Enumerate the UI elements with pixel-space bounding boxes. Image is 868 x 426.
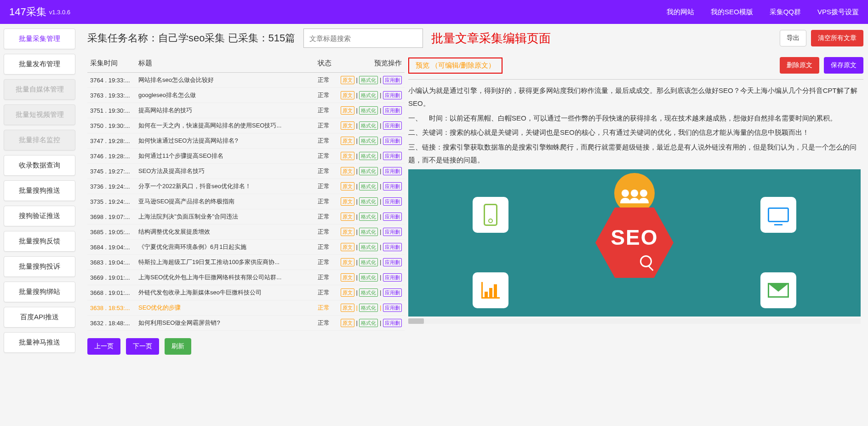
sidebar-item[interactable]: 批量神马推送 bbox=[4, 332, 75, 353]
clear-all-button[interactable]: 清空所有文章 bbox=[811, 30, 863, 46]
op-apply[interactable]: 应用删 bbox=[383, 137, 402, 145]
cell-title: 分享一个2022新风口，抖音seo优化排名！ bbox=[136, 179, 315, 194]
nav-qq-group[interactable]: 采集QQ群 bbox=[770, 8, 801, 17]
table-row[interactable]: 3746 . 19:28:...如何通过11个步骤提高SEO排名正常原文 | 格… bbox=[87, 149, 405, 164]
horizontal-scrollbar[interactable] bbox=[408, 318, 861, 324]
op-apply[interactable]: 应用删 bbox=[383, 106, 402, 115]
op-format[interactable]: 格式化 bbox=[359, 273, 378, 282]
table-row[interactable]: 3669 . 19:01:...上海SEO优化外包上海牛巨微网络科技有限公司站群… bbox=[87, 270, 405, 285]
op-original[interactable]: 原文 bbox=[341, 288, 354, 297]
op-original[interactable]: 原文 bbox=[341, 304, 354, 312]
op-apply[interactable]: 应用删 bbox=[383, 197, 402, 206]
sidebar-item[interactable]: 批量搜狗推送 bbox=[4, 180, 75, 201]
op-format[interactable]: 格式化 bbox=[359, 91, 378, 99]
table-row[interactable]: 3683 . 19:04:...特斯拉上海超级工厂19日复工推动100多家供应商… bbox=[87, 255, 405, 270]
op-format[interactable]: 格式化 bbox=[359, 152, 378, 160]
preview-label: 预览 （可编辑/删除原文） bbox=[408, 58, 503, 74]
table-row[interactable]: 3736 . 19:24:...分享一个2022新风口，抖音seo优化排名！正常… bbox=[87, 179, 405, 194]
op-apply[interactable]: 应用删 bbox=[383, 91, 402, 99]
op-original[interactable]: 原文 bbox=[341, 258, 354, 266]
op-original[interactable]: 原文 bbox=[341, 243, 354, 251]
op-original[interactable]: 原文 bbox=[341, 121, 354, 130]
export-button[interactable]: 导出 bbox=[780, 30, 806, 46]
delete-original-button[interactable]: 删除原文 bbox=[780, 57, 819, 74]
sidebar-item[interactable]: 批量搜狗绑站 bbox=[4, 282, 75, 302]
op-format[interactable]: 格式化 bbox=[359, 319, 378, 327]
op-format[interactable]: 格式化 bbox=[359, 76, 378, 84]
nav-seo-template[interactable]: 我的SEO模版 bbox=[711, 8, 753, 17]
table-row[interactable]: 3638 . 18:53:...SEO优化的步骤正常原文 | 格式化 | 应用删 bbox=[87, 300, 405, 316]
op-apply[interactable]: 应用删 bbox=[383, 76, 402, 84]
op-apply[interactable]: 应用删 bbox=[383, 228, 402, 236]
op-original[interactable]: 原文 bbox=[341, 152, 354, 160]
cell-time: 3750 . 19:30:... bbox=[87, 118, 136, 133]
op-format[interactable]: 格式化 bbox=[359, 213, 378, 221]
sidebar-item[interactable]: 批量搜狗反馈 bbox=[4, 231, 75, 252]
table-row[interactable]: 3685 . 19:05:...结构调整优化发展提质增效正常原文 | 格式化 |… bbox=[87, 225, 405, 240]
op-original[interactable]: 原文 bbox=[341, 213, 354, 221]
save-original-button[interactable]: 保存原文 bbox=[824, 57, 863, 74]
table-row[interactable]: 3735 . 19:24:...亚马逊SEO提高产品排名的终极指南正常原文 | … bbox=[87, 194, 405, 209]
op-format[interactable]: 格式化 bbox=[359, 228, 378, 236]
op-apply[interactable]: 应用删 bbox=[383, 304, 402, 312]
op-apply[interactable]: 应用删 bbox=[383, 319, 402, 327]
cell-time: 3684 . 19:04:... bbox=[87, 240, 136, 255]
op-format[interactable]: 格式化 bbox=[359, 121, 378, 130]
op-original[interactable]: 原文 bbox=[341, 106, 354, 115]
op-apply[interactable]: 应用删 bbox=[383, 167, 402, 175]
search-input[interactable] bbox=[303, 29, 423, 48]
prev-page-button[interactable]: 上一页 bbox=[87, 338, 120, 355]
op-apply[interactable]: 应用删 bbox=[383, 182, 402, 190]
op-original[interactable]: 原文 bbox=[341, 197, 354, 206]
op-format[interactable]: 格式化 bbox=[359, 258, 378, 266]
table-row[interactable]: 3747 . 19:28:...如何快速通过SEO方法提高网站排名?正常原文 |… bbox=[87, 133, 405, 149]
op-original[interactable]: 原文 bbox=[341, 273, 354, 282]
op-original[interactable]: 原文 bbox=[341, 228, 354, 236]
op-format[interactable]: 格式化 bbox=[359, 304, 378, 312]
op-original[interactable]: 原文 bbox=[341, 167, 354, 175]
preview-body[interactable]: 小编认为就是通过引擎，得到好的，获得更多网站度我们称作流量，最后成成交。那么到底… bbox=[408, 84, 863, 324]
op-apply[interactable]: 应用删 bbox=[383, 243, 402, 251]
op-format[interactable]: 格式化 bbox=[359, 182, 378, 190]
table-row[interactable]: 3698 . 19:07:...上海法院判决"负面压制业务"合同违法正常原文 |… bbox=[87, 209, 405, 225]
table-row[interactable]: 3632 . 18:48:...如何利用SEO做全网霸屏营销?正常原文 | 格式… bbox=[87, 316, 405, 331]
refresh-button[interactable]: 刷新 bbox=[165, 338, 191, 355]
op-apply[interactable]: 应用删 bbox=[383, 288, 402, 297]
sidebar-item[interactable]: 批量采集管理 bbox=[4, 29, 75, 49]
op-original[interactable]: 原文 bbox=[341, 182, 354, 190]
nav-my-site[interactable]: 我的网站 bbox=[667, 8, 694, 17]
op-format[interactable]: 格式化 bbox=[359, 288, 378, 297]
sidebar-item[interactable]: 百度API推送 bbox=[4, 307, 75, 328]
table-row[interactable]: 3763 . 19:33:...googleseo排名怎么做正常原文 | 格式化… bbox=[87, 88, 405, 103]
table-row[interactable]: 3668 . 19:01:...外链代发包收录上海新媒体seo牛巨微科技公司正常… bbox=[87, 285, 405, 300]
cell-status: 正常 bbox=[315, 88, 338, 103]
nav-vps-dial[interactable]: VPS拨号设置 bbox=[817, 8, 859, 17]
cell-time: 3746 . 19:28:... bbox=[87, 149, 136, 164]
cell-status: 正常 bbox=[315, 209, 338, 225]
table-row[interactable]: 3750 . 19:30:...如何在一天之内，快速提高网站排名的使用SEO技巧… bbox=[87, 118, 405, 133]
table-row[interactable]: 3684 . 19:04:...《宁夏优化营商环境条例》6月1日起实施正常原文 … bbox=[87, 240, 405, 255]
sidebar-item[interactable]: 收录数据查询 bbox=[4, 155, 75, 176]
sidebar-item[interactable]: 批量搜狗投诉 bbox=[4, 256, 75, 277]
op-original[interactable]: 原文 bbox=[341, 76, 354, 84]
op-original[interactable]: 原文 bbox=[341, 137, 354, 145]
op-format[interactable]: 格式化 bbox=[359, 243, 378, 251]
op-apply[interactable]: 应用删 bbox=[383, 258, 402, 266]
op-format[interactable]: 格式化 bbox=[359, 137, 378, 145]
op-apply[interactable]: 应用删 bbox=[383, 213, 402, 221]
next-page-button[interactable]: 下一页 bbox=[126, 338, 159, 355]
op-apply[interactable]: 应用删 bbox=[383, 121, 402, 130]
op-original[interactable]: 原文 bbox=[341, 91, 354, 99]
cell-title: 如何通过11个步骤提高SEO排名 bbox=[136, 149, 315, 164]
sidebar-item[interactable]: 搜狗验证推送 bbox=[4, 206, 75, 226]
op-apply[interactable]: 应用删 bbox=[383, 273, 402, 282]
table-row[interactable]: 3751 . 19:30:...提高网站排名的技巧正常原文 | 格式化 | 应用… bbox=[87, 103, 405, 118]
op-format[interactable]: 格式化 bbox=[359, 106, 378, 115]
table-row[interactable]: 3745 . 19:27:...SEO方法及提高排名技巧正常原文 | 格式化 |… bbox=[87, 164, 405, 179]
op-format[interactable]: 格式化 bbox=[359, 167, 378, 175]
table-row[interactable]: 3764 . 19:33:...网站排名seo怎么做会比较好正常原文 | 格式化… bbox=[87, 73, 405, 88]
op-apply[interactable]: 应用删 bbox=[383, 152, 402, 160]
sidebar-item[interactable]: 批量发布管理 bbox=[4, 54, 75, 75]
op-original[interactable]: 原文 bbox=[341, 319, 354, 327]
op-format[interactable]: 格式化 bbox=[359, 197, 378, 206]
